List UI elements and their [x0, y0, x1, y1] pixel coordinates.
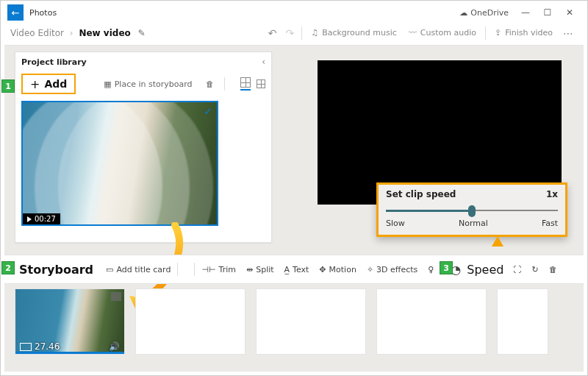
add-media-button[interactable]: + Add — [21, 74, 76, 94]
breadcrumb: Video Editor › New video — [10, 28, 131, 38]
window-minimize-button[interactable]: — — [514, 7, 537, 18]
add-title-card-label: Add title card — [116, 265, 171, 274]
clip-speed-slider[interactable] — [386, 204, 558, 217]
grid-large-icon — [240, 77, 251, 88]
split-label: Split — [256, 265, 273, 274]
clip-speed-popover: Set clip speed 1x Slow Normal Fast — [376, 182, 567, 237]
chevron-right-icon: › — [70, 28, 74, 38]
volume-icon[interactable]: 🔊 — [109, 341, 120, 352]
storyboard-clip-duration: 27.46 — [32, 341, 109, 352]
library-clip-thumbnail[interactable]: ✓ 00:27 — [21, 101, 218, 226]
motion-icon: ✥ — [319, 265, 326, 274]
split-icon: ⇹ — [246, 265, 253, 274]
grid-small-icon — [257, 79, 265, 88]
window-titlebar: ← Photos ☁ OneDrive — ☐ ✕ — [4, 4, 584, 21]
view-small-thumbnails-button[interactable] — [257, 79, 265, 88]
storyboard-empty-slot[interactable] — [376, 288, 487, 355]
rotate-button[interactable]: ↻ — [526, 255, 543, 283]
project-library-panel: Project library ‹ + Add ▦ Place in story… — [15, 52, 272, 243]
text-label: Text — [293, 265, 309, 274]
rotate-icon: ↻ — [531, 265, 538, 274]
music-note-icon: ♫ — [311, 28, 318, 38]
back-button[interactable]: ← — [7, 4, 24, 21]
editor-header: Video Editor › New video ✎ ↶ ↷ ♫Backgrou… — [4, 21, 584, 46]
drag-handle-icon[interactable] — [111, 292, 121, 301]
redo-button[interactable]: ↷ — [282, 21, 299, 45]
delete-clip-button[interactable]: 🗑 — [544, 255, 562, 283]
callout-badge-3: 3 — [440, 261, 453, 274]
text-icon: A̲ — [284, 265, 290, 274]
trash-icon: 🗑 — [206, 79, 214, 89]
finish-video-label: Finish video — [505, 28, 553, 38]
trim-button[interactable]: ⊣⊢Trim — [196, 255, 241, 283]
selected-check-icon: ✓ — [204, 105, 212, 117]
undo-icon: ↶ — [268, 27, 277, 39]
storyboard-title: Storyboard — [19, 263, 93, 277]
clip-speed-value: 1x — [546, 189, 558, 199]
text-button[interactable]: A̲Text — [279, 255, 315, 283]
rename-icon[interactable]: ✎ — [138, 28, 146, 38]
delete-media-button[interactable]: 🗑 — [201, 74, 218, 93]
slider-knob[interactable] — [468, 205, 476, 217]
clip-speed-title: Set clip speed — [386, 189, 456, 199]
sparkle-icon: ✧ — [367, 265, 373, 274]
place-in-storyboard-label: Place in storyboard — [115, 79, 193, 89]
trim-icon: ⊣⊢ — [201, 265, 215, 274]
breadcrumb-current: New video — [79, 28, 130, 38]
background-music-label: Background music — [322, 28, 397, 38]
slider-label-slow: Slow — [386, 219, 405, 228]
window-close-button[interactable]: ✕ — [559, 7, 581, 18]
crop-button[interactable]: ⛶ — [508, 255, 526, 283]
window-maximize-button[interactable]: ☐ — [537, 7, 559, 18]
add-title-card-button[interactable]: ▭Add title card — [101, 255, 176, 283]
view-large-thumbnails-button[interactable] — [240, 77, 251, 91]
title-card-icon: ▭ — [106, 265, 113, 274]
project-library-title: Project library — [21, 57, 262, 67]
speed-button[interactable]: ◔ Speed — [449, 255, 508, 283]
speed-label: Speed — [467, 263, 503, 277]
storyboard-insert-icon: ▦ — [104, 79, 111, 89]
back-arrow-icon: ← — [12, 7, 20, 18]
callout-badge-2: 2 — [1, 261, 15, 274]
redo-icon: ↷ — [286, 27, 295, 39]
motion-button[interactable]: ✥Motion — [314, 255, 362, 283]
ellipsis-icon: ⋯ — [563, 27, 573, 39]
storyboard-empty-slot[interactable] — [256, 288, 366, 355]
export-icon: ⇪ — [495, 28, 501, 38]
add-media-label: Add — [44, 78, 67, 90]
place-in-storyboard-button[interactable]: ▦ Place in storyboard — [99, 74, 196, 93]
more-options-button[interactable]: ⋯ — [559, 21, 578, 45]
background-music-button[interactable]: ♫Background music — [305, 21, 403, 45]
storyboard-toolbar: Storyboard ▭Add title card ⊣⊢Trim ⇹Split… — [4, 255, 584, 284]
split-button[interactable]: ⇹Split — [241, 255, 279, 283]
app-title: Photos — [29, 8, 57, 18]
storyboard-empty-slot[interactable] — [135, 288, 245, 355]
3d-effects-button[interactable]: ✧3D effects — [362, 255, 423, 283]
slider-label-normal: Normal — [459, 219, 488, 228]
callout-badge-1: 1 — [1, 79, 15, 93]
popover-pointer-icon — [492, 236, 503, 246]
storyboard-clip[interactable]: 27.46 🔊 — [15, 288, 125, 355]
audio-waves-icon: 〰 — [409, 28, 417, 38]
breadcrumb-root[interactable]: Video Editor — [10, 28, 64, 38]
undo-button[interactable]: ↶ — [264, 21, 282, 45]
aspect-ratio-icon — [20, 343, 32, 351]
plus-icon: + — [30, 77, 40, 91]
chevron-left-icon: ‹ — [262, 57, 265, 67]
onedrive-status[interactable]: ☁ OneDrive — [459, 8, 509, 18]
collapse-panel-button[interactable]: ‹ — [262, 57, 265, 67]
trash-icon: 🗑 — [549, 265, 557, 274]
3d-effects-label: 3D effects — [376, 265, 417, 274]
filters-icon: ♀ — [428, 265, 434, 274]
filters-button[interactable]: ♀ — [423, 255, 439, 283]
custom-audio-button[interactable]: 〰Custom audio — [403, 21, 482, 45]
finish-video-button[interactable]: ⇪Finish video — [489, 21, 559, 45]
trim-label: Trim — [219, 265, 236, 274]
clip-duration-badge: 00:27 — [23, 213, 60, 224]
editor-main: 1 2 3 Project library ‹ + Add ▦ Place in… — [4, 46, 584, 372]
onedrive-label: OneDrive — [470, 8, 509, 18]
crop-icon: ⛶ — [513, 265, 521, 274]
motion-label: Motion — [329, 265, 356, 274]
clip-duration-value: 00:27 — [35, 215, 56, 223]
storyboard-empty-slot[interactable] — [497, 288, 548, 355]
